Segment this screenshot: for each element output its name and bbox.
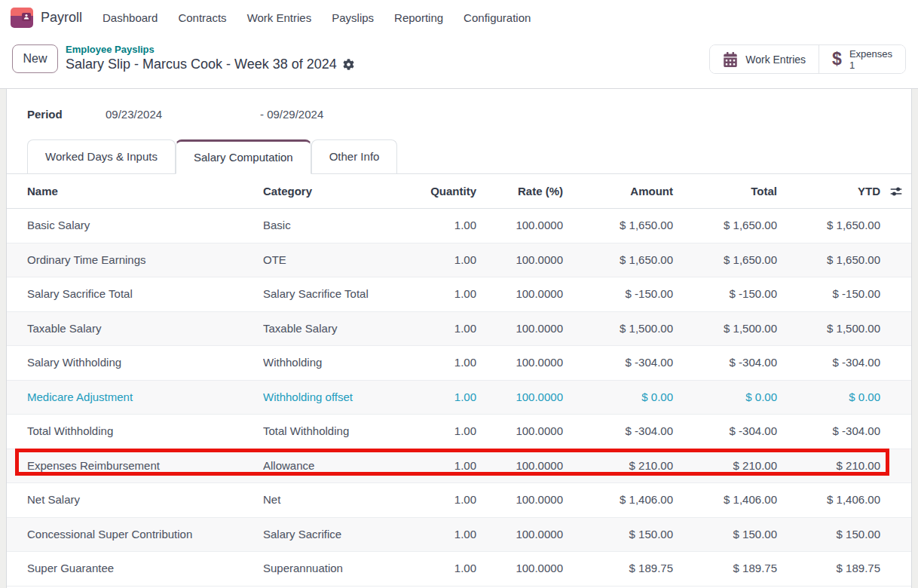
cell-quantity[interactable]: 1.00 (406, 552, 476, 586)
cell-category[interactable]: Allowance (263, 449, 406, 483)
table-row[interactable]: Basic SalaryBasic1.00100.0000$ 1,650.00$… (7, 209, 911, 243)
cell-category[interactable]: OTE (263, 243, 406, 277)
optional-columns-sliders-icon[interactable] (890, 174, 902, 208)
cell-ytd[interactable]: $ 1,650.00 (777, 209, 880, 243)
menu-item-payslips[interactable]: Payslips (332, 11, 374, 24)
table-row[interactable]: Salary Sacrifice TotalSalary Sacrifice T… (7, 277, 911, 312)
cell-name[interactable]: Medicare Adjustment (7, 381, 263, 415)
column-header-total[interactable]: Total (673, 174, 777, 208)
cell-quantity[interactable]: 1.00 (406, 243, 476, 277)
menu-item-dashboard[interactable]: Dashboard (103, 11, 158, 24)
column-header-name[interactable]: Name (7, 174, 263, 208)
cell-total[interactable]: $ 1,650.00 (673, 243, 777, 277)
cell-total[interactable]: $ 150.00 (673, 518, 777, 552)
expenses-button[interactable]: $ Expenses 1 (819, 45, 905, 73)
cell-amount[interactable]: $ -150.00 (563, 277, 673, 311)
cell-name[interactable]: Ordinary Time Earnings (7, 243, 263, 277)
cell-total[interactable]: $ -150.00 (673, 277, 777, 311)
cell-quantity[interactable]: 1.00 (406, 209, 476, 243)
table-row[interactable]: Concessional Super ContributionSalary Sa… (7, 518, 911, 553)
column-header-amount[interactable]: Amount (563, 174, 673, 208)
cell-ytd[interactable]: $ 1,500.00 (777, 312, 880, 346)
cell-rate[interactable]: 100.0000 (476, 209, 563, 243)
cell-amount[interactable]: $ 210.00 (563, 449, 673, 483)
cell-rate[interactable]: 100.0000 (476, 312, 563, 346)
cell-ytd[interactable]: $ 0.00 (777, 381, 880, 415)
cell-quantity[interactable]: 1.00 (406, 449, 476, 483)
cell-amount[interactable]: $ 0.00 (563, 381, 673, 415)
cell-name[interactable]: Super Guarantee (7, 552, 263, 586)
tab-other-info[interactable]: Other Info (311, 139, 398, 173)
cell-quantity[interactable]: 1.00 (406, 381, 476, 415)
cell-category[interactable]: Salary Sacrifice (263, 518, 406, 552)
cell-total[interactable]: $ -304.00 (673, 346, 777, 380)
cell-name[interactable]: Net Salary (7, 483, 263, 517)
cell-ytd[interactable]: $ 210.00 (777, 449, 880, 483)
cell-quantity[interactable]: 1.00 (406, 415, 476, 449)
table-row[interactable]: Net SalaryNet1.00100.0000$ 1,406.00$ 1,4… (7, 483, 911, 518)
cell-name[interactable]: Total Withholding (7, 415, 263, 449)
cell-total[interactable]: $ 1,650.00 (673, 209, 777, 243)
new-button[interactable]: New (12, 44, 58, 73)
column-header-rate[interactable]: Rate (%) (476, 174, 563, 208)
cell-name[interactable]: Basic Salary (7, 209, 263, 243)
work-entries-button[interactable]: Work Entries (710, 45, 819, 73)
cell-rate[interactable]: 100.0000 (476, 518, 563, 552)
column-header-quantity[interactable]: Quantity (406, 174, 476, 208)
cell-rate[interactable]: 100.0000 (476, 243, 563, 277)
tab-salary-computation[interactable]: Salary Computation (176, 139, 311, 174)
period-end-date[interactable]: - 09/29/2024 (260, 108, 323, 124)
cell-category[interactable]: Basic (263, 209, 406, 243)
menu-item-work-entries[interactable]: Work Entries (247, 11, 312, 24)
gear-icon[interactable] (343, 59, 354, 70)
cell-amount[interactable]: $ 1,500.00 (563, 312, 673, 346)
cell-name[interactable]: Expenses Reimbursement (7, 449, 263, 483)
cell-category[interactable]: Withholding (263, 346, 406, 380)
cell-name[interactable]: Concessional Super Contribution (7, 518, 263, 552)
column-header-category[interactable]: Category (263, 174, 406, 208)
cell-ytd[interactable]: $ 1,650.00 (777, 243, 880, 277)
menu-item-configuration[interactable]: Configuration (464, 11, 531, 24)
cell-ytd[interactable]: $ -150.00 (777, 277, 880, 311)
cell-category[interactable]: Taxable Salary (263, 312, 406, 346)
cell-name[interactable]: Salary Withholding (7, 346, 263, 380)
cell-total[interactable]: $ 1,500.00 (673, 312, 777, 346)
cell-amount[interactable]: $ -304.00 (563, 346, 673, 380)
cell-rate[interactable]: 100.0000 (476, 415, 563, 449)
cell-total[interactable]: $ 0.00 (673, 381, 777, 415)
cell-quantity[interactable]: 1.00 (406, 277, 476, 311)
table-row[interactable]: Medicare AdjustmentWithholding offset1.0… (7, 381, 911, 415)
cell-category[interactable]: Superannuation (263, 552, 406, 586)
payroll-app-icon[interactable] (11, 8, 33, 28)
cell-total[interactable]: $ 1,406.00 (673, 483, 777, 517)
cell-category[interactable]: Salary Sacrifice Total (263, 277, 406, 311)
period-start-date[interactable]: 09/23/2024 (106, 108, 260, 124)
cell-ytd[interactable]: $ 1,406.00 (777, 483, 880, 517)
breadcrumb-parent-link[interactable]: Employee Payslips (66, 44, 354, 56)
cell-rate[interactable]: 100.0000 (476, 277, 563, 311)
cell-rate[interactable]: 100.0000 (476, 449, 563, 483)
cell-rate[interactable]: 100.0000 (476, 552, 563, 586)
cell-category[interactable]: Total Withholding (263, 415, 406, 449)
table-row[interactable]: Salary WithholdingWithholding1.00100.000… (7, 346, 911, 381)
table-row[interactable]: Super GuaranteeSuperannuation1.00100.000… (7, 552, 911, 586)
cell-quantity[interactable]: 1.00 (406, 483, 476, 517)
cell-quantity[interactable]: 1.00 (406, 518, 476, 552)
tab-worked-days-inputs[interactable]: Worked Days & Inputs (27, 139, 176, 173)
cell-amount[interactable]: $ 1,406.00 (563, 483, 673, 517)
cell-quantity[interactable]: 1.00 (406, 312, 476, 346)
menu-item-reporting[interactable]: Reporting (394, 11, 443, 24)
cell-name[interactable]: Taxable Salary (7, 312, 263, 346)
cell-rate[interactable]: 100.0000 (476, 483, 563, 517)
cell-category[interactable]: Withholding offset (263, 381, 406, 415)
cell-rate[interactable]: 100.0000 (476, 381, 563, 415)
table-row[interactable]: Taxable SalaryTaxable Salary1.00100.0000… (7, 312, 911, 347)
cell-amount[interactable]: $ 150.00 (563, 518, 673, 552)
cell-ytd[interactable]: $ 150.00 (777, 518, 880, 552)
cell-rate[interactable]: 100.0000 (476, 346, 563, 380)
cell-total[interactable]: $ 210.00 (673, 449, 777, 483)
table-row[interactable]: Ordinary Time EarningsOTE1.00100.0000$ 1… (7, 243, 911, 278)
cell-ytd[interactable]: $ 189.75 (777, 552, 880, 586)
cell-amount[interactable]: $ -304.00 (563, 415, 673, 449)
cell-ytd[interactable]: $ -304.00 (777, 415, 880, 449)
